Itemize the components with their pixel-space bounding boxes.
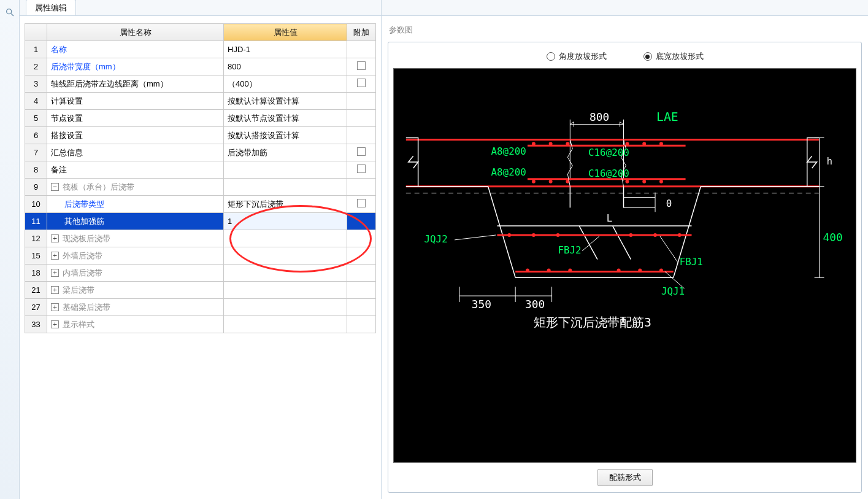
cell-value[interactable] [224, 299, 347, 316]
table-row[interactable]: 27+基础梁后浇带 [25, 299, 376, 316]
dim-300: 300 [525, 298, 545, 311]
cell-name[interactable]: 备注 [47, 161, 224, 179]
cell-value[interactable]: 按默认搭接设置计算 [224, 127, 347, 144]
grid-header-value: 属性值 [224, 24, 347, 41]
cell-name[interactable]: −筏板（承台）后浇带 [47, 179, 224, 196]
checkbox[interactable] [357, 164, 366, 173]
tab-strip: 属性编辑 [20, 0, 381, 16]
svg-point-19 [642, 180, 646, 184]
label-c16-1: C16@200 [588, 147, 629, 158]
property-panel: 属性编辑 属性名称 属性值 附加 1名称HJD-12后浇带宽度（mm）8003轴… [20, 0, 382, 499]
cell-name[interactable]: +外墙后浇带 [47, 247, 224, 265]
row-number: 9 [25, 179, 47, 196]
table-row[interactable]: 6搭接设置按默认搭接设置计算 [25, 127, 376, 144]
checkbox[interactable] [357, 79, 366, 87]
label-jqj1: JQJ1 [661, 285, 685, 297]
table-row[interactable]: 21+梁后浇带 [25, 282, 376, 299]
cell-name[interactable]: 后浇带类型 [47, 196, 224, 213]
svg-point-13 [642, 142, 646, 145]
tab-properties[interactable]: 属性编辑 [26, 0, 76, 15]
expand-icon[interactable]: + [51, 269, 59, 277]
cell-addon [347, 144, 376, 161]
label-lae: LAE [656, 110, 678, 124]
grid-header-name: 属性名称 [47, 24, 224, 41]
cell-addon [347, 265, 376, 282]
svg-point-36 [653, 233, 657, 237]
cell-name[interactable]: 轴线距后浇带左边线距离（mm） [47, 75, 224, 93]
cell-value[interactable]: 后浇带加筋 [224, 144, 347, 161]
svg-point-40 [568, 268, 572, 272]
cell-value[interactable]: 800 [224, 58, 347, 75]
cell-value[interactable] [224, 179, 347, 196]
cell-name[interactable]: +内墙后浇带 [47, 265, 224, 282]
link[interactable]: 后浇带类型 [64, 199, 104, 210]
cell-value[interactable]: 按默认节点设置计算 [224, 110, 347, 127]
cell-value[interactable]: 按默认计算设置计算 [224, 93, 347, 110]
svg-point-11 [566, 142, 569, 145]
expand-icon[interactable]: + [51, 303, 59, 311]
link[interactable]: 后浇带宽度（mm） [51, 61, 120, 72]
cell-name[interactable]: +显示样式 [47, 316, 224, 333]
cell-value[interactable] [224, 282, 347, 299]
row-number: 7 [25, 144, 47, 161]
table-row[interactable]: 7汇总信息后浇带加筋 [25, 144, 376, 161]
cell-value[interactable] [224, 161, 347, 179]
row-number: 6 [25, 127, 47, 144]
expand-icon[interactable]: + [51, 234, 59, 242]
label-L: L [607, 212, 613, 224]
table-row[interactable]: 3轴线距后浇带左边线距离（mm）（400） [25, 75, 376, 93]
diagram-title-text: 参数图 [388, 22, 862, 42]
expand-icon[interactable]: + [51, 252, 59, 260]
cell-name[interactable]: 其他加强筋 [47, 213, 224, 230]
cell-name[interactable]: 汇总信息 [47, 144, 224, 161]
svg-point-18 [625, 180, 629, 184]
radio-width-slope[interactable]: 底宽放坡形式 [643, 51, 704, 62]
collapse-icon[interactable]: − [51, 183, 59, 191]
row-number: 18 [25, 265, 47, 282]
label-a8-1: A8@200 [491, 145, 526, 157]
cell-name[interactable]: 搭接设置 [47, 127, 224, 144]
expand-icon[interactable]: + [51, 320, 59, 328]
table-row[interactable]: 33+显示样式 [25, 316, 376, 333]
table-row[interactable]: 2后浇带宽度（mm）800 [25, 58, 376, 75]
link[interactable]: 名称 [51, 44, 67, 55]
cell-value[interactable]: （400） [224, 75, 347, 93]
cell-addon [347, 161, 376, 179]
checkbox[interactable] [357, 199, 366, 207]
row-number: 33 [25, 316, 47, 333]
search-icon[interactable] [4, 6, 16, 18]
cell-name[interactable]: +现浇板后浇带 [47, 230, 224, 247]
svg-point-35 [629, 233, 632, 237]
svg-point-38 [526, 268, 529, 272]
table-row[interactable]: 1名称HJD-1 [25, 41, 376, 58]
cell-name[interactable]: 节点设置 [47, 110, 224, 127]
cell-name[interactable]: +基础梁后浇带 [47, 299, 224, 316]
cell-addon [347, 93, 376, 110]
cell-name[interactable]: +梁后浇带 [47, 282, 224, 299]
grid-header-blank [25, 24, 47, 41]
cell-addon [347, 75, 376, 93]
cell-name[interactable]: 后浇带宽度（mm） [47, 58, 224, 75]
cell-value[interactable]: HJD-1 [224, 41, 347, 58]
dim-0: 0 [666, 198, 672, 209]
table-row[interactable]: 4计算设置按默认计算设置计算 [25, 93, 376, 110]
table-row[interactable]: 9−筏板（承台）后浇带 [25, 179, 376, 196]
cell-name[interactable]: 名称 [47, 41, 224, 58]
cell-addon [347, 299, 376, 316]
checkbox[interactable] [357, 147, 366, 156]
cad-viewport[interactable]: 800 LAE [393, 68, 856, 463]
row-number: 4 [25, 93, 47, 110]
table-row[interactable]: 8备注 [25, 161, 376, 179]
rebar-form-button[interactable]: 配筋形式 [597, 469, 653, 486]
cell-name[interactable]: 计算设置 [47, 93, 224, 110]
svg-point-16 [549, 180, 553, 184]
checkbox[interactable] [357, 61, 366, 70]
cell-value[interactable] [224, 316, 347, 333]
radio-angle-slope[interactable]: 角度放坡形式 [547, 51, 607, 62]
cell-addon [347, 41, 376, 58]
table-row[interactable]: 5节点设置按默认节点设置计算 [25, 110, 376, 127]
svg-point-12 [625, 142, 629, 145]
expand-icon[interactable]: + [51, 286, 59, 294]
svg-point-39 [547, 268, 551, 272]
annotation-oval [229, 205, 372, 273]
